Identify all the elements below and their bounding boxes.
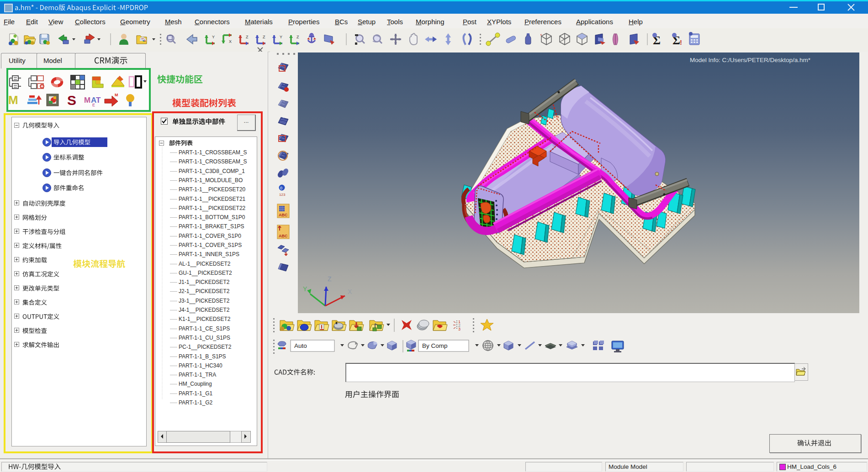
svg-text:Z: Z [296,35,299,39]
svg-text:ABC: ABC [279,213,288,217]
svg-text:E: E [92,103,95,107]
svg-text:3: 3 [458,327,460,331]
svg-text:X: X [229,39,232,44]
svg-text:Z: Z [246,35,249,39]
svg-text:X: X [348,288,352,295]
svg-text:Z: Z [328,275,332,283]
svg-text:Y: Y [212,35,215,39]
svg-text:T: T [96,96,101,105]
svg-text:Y: Y [303,285,307,293]
svg-text:Z: Z [263,35,265,39]
svg-text:ABC: ABC [279,234,288,238]
svg-text:Y: Y [280,35,282,39]
svg-text:M: M [8,93,18,107]
svg-text:!: ! [680,38,682,46]
svg-text:S: S [67,93,76,108]
svg-text:M: M [115,93,118,97]
svg-text:M: M [84,96,90,105]
svg-text:123: 123 [279,193,286,197]
svg-text:By Comp: By Comp [422,342,448,349]
svg-text:0: 0 [280,186,282,190]
svg-text:Auto: Auto [294,342,307,349]
